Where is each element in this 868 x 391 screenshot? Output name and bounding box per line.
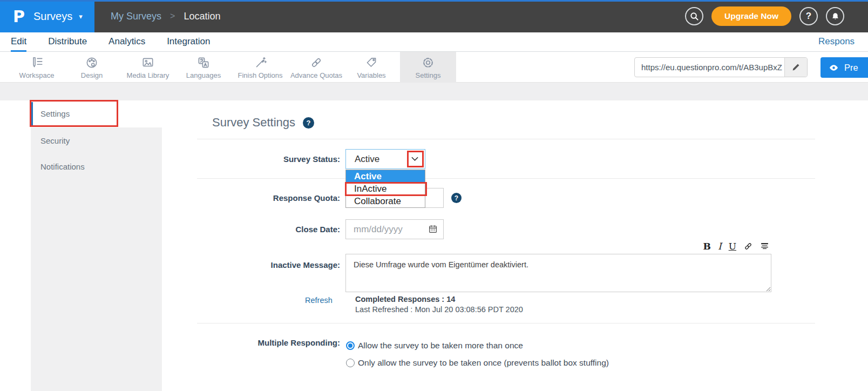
inactive-message-textarea[interactable]: Diese Umfrage wurde vom Eigentümer deakt… [345, 254, 771, 292]
divider [197, 323, 815, 323]
page-background-strip [0, 83, 868, 100]
radio-selected-icon[interactable] [346, 341, 355, 350]
settings-sidebar: Security Notifications [31, 127, 162, 391]
option-collaborate[interactable]: Collaborate [346, 195, 425, 207]
finish-options-icon [253, 56, 267, 70]
survey-tabbar: Edit Distribute Analytics Integration Re… [0, 32, 868, 52]
tab-distribute[interactable]: Distribute [48, 32, 87, 52]
workspace-icon [30, 56, 44, 70]
breadcrumb: My Surveys > Location [111, 0, 220, 32]
sidebar-item-notifications[interactable]: Notifications [31, 153, 162, 179]
radio-unselected-icon[interactable] [346, 359, 355, 367]
underline-button[interactable]: U [729, 242, 736, 251]
survey-status-select[interactable]: Active [345, 149, 425, 169]
upgrade-now-button[interactable]: Upgrade Now [711, 6, 791, 26]
toolbar-item-variables[interactable]: Variables [342, 52, 401, 83]
radio-option-multiple-allowed[interactable]: Allow the survey to be taken more than o… [346, 341, 523, 350]
divider [197, 178, 815, 179]
message-format-toolbar: B I U [694, 241, 769, 251]
sidebar-item-security[interactable]: Security [31, 127, 162, 153]
option-active[interactable]: Active [346, 170, 425, 183]
close-date-field [345, 219, 444, 239]
response-quota-label: Response Quota: [194, 193, 340, 203]
response-quota-help-icon[interactable]: ? [451, 193, 462, 203]
surveys-product-menu[interactable]: P Surveys ▾ [0, 0, 94, 32]
notifications-button[interactable] [826, 7, 844, 25]
product-name: Surveys [33, 10, 72, 23]
header-actions: Upgrade Now ? [685, 0, 844, 32]
settings-gear-icon [421, 56, 435, 70]
refresh-link[interactable]: Refresh [305, 296, 333, 305]
radio-option-once-only[interactable]: Only allow the survey to be taken once (… [346, 358, 609, 368]
inactive-message-label: Inactive Message: [194, 260, 340, 269]
survey-status-value: Active [355, 150, 379, 168]
survey-status-dropdown: Active InActive Collaborate [345, 170, 425, 208]
align-icon [760, 242, 769, 251]
help-button[interactable]: ? [799, 7, 818, 25]
breadcrumb-my-surveys[interactable]: My Surveys [111, 11, 161, 22]
tab-analytics[interactable]: Analytics [109, 32, 145, 52]
media-library-icon [141, 56, 155, 70]
top-accent-line [0, 0, 868, 2]
align-button[interactable] [760, 242, 769, 251]
sidebar-item-label: Security [40, 136, 70, 145]
option-inactive[interactable]: InActive [346, 183, 425, 195]
multiple-responding-label: Multiple Responding: [178, 338, 340, 347]
last-refreshed-text: Last Refreshed : Mon Jul 20 03:08:56 PDT… [355, 305, 523, 314]
divider [197, 139, 815, 139]
edit-toolbar: Workspace Design Media Library Languages… [0, 52, 868, 83]
survey-settings-help-icon[interactable]: ? [303, 117, 314, 129]
search-icon [689, 11, 700, 22]
preview-label: Pre [844, 63, 858, 73]
toolbar-item-settings[interactable]: Settings [400, 52, 456, 83]
questionpro-settings-page: P Surveys ▾ My Surveys > Location Upgrad… [0, 0, 868, 391]
toolbar-item-advance-quotas[interactable]: Advance Quotas [287, 52, 346, 83]
help-icon: ? [806, 11, 811, 22]
edit-url-button[interactable] [784, 58, 807, 77]
tab-edit[interactable]: Edit [11, 32, 26, 52]
settings-content: Settings Security Notifications Survey S… [0, 100, 868, 391]
close-date-input[interactable] [345, 219, 444, 239]
languages-icon [196, 56, 211, 70]
toolbar-item-design[interactable]: Design [62, 52, 121, 83]
app-header: P Surveys ▾ My Surveys > Location Upgrad… [0, 0, 868, 32]
tab-integration[interactable]: Integration [167, 32, 210, 52]
survey-status-label: Survey Status: [194, 154, 340, 164]
sidebar-item-label: Notifications [40, 162, 85, 171]
search-button[interactable] [685, 7, 703, 25]
page-title: Survey Settings [212, 116, 295, 130]
title-row: Survey Settings ? [212, 116, 314, 130]
italic-button[interactable]: I [718, 242, 722, 251]
design-palette-icon [85, 56, 99, 70]
close-date-label: Close Date: [194, 225, 340, 234]
completed-responses-text: Completed Responses : 14 [355, 295, 455, 304]
bell-icon [830, 11, 840, 22]
toolbar-item-media-library[interactable]: Media Library [118, 52, 178, 83]
advance-quotas-icon [309, 56, 323, 70]
toolbar-item-finish-options[interactable]: Finish Options [230, 52, 290, 83]
caret-down-icon: ▾ [79, 12, 83, 21]
eye-icon [828, 64, 839, 72]
survey-url-input[interactable] [635, 58, 784, 77]
survey-url-field [634, 57, 808, 77]
edit-pencil-icon [791, 63, 801, 72]
breadcrumb-separator: > [170, 11, 175, 21]
insert-link-button[interactable] [743, 241, 753, 251]
questionpro-logo: P [13, 7, 25, 26]
responses-link[interactable]: Respons [818, 32, 855, 51]
sidebar-item-label: Settings [40, 109, 70, 118]
breadcrumb-current-survey: Location [184, 11, 220, 22]
chevron-down-icon [411, 157, 418, 161]
variables-tag-icon [364, 56, 378, 70]
tabs: Edit Distribute Analytics Integration [11, 32, 210, 52]
sidebar-item-settings[interactable]: Settings [31, 102, 117, 125]
bold-button[interactable]: B [703, 242, 711, 251]
toolbar-item-languages[interactable]: Languages [174, 52, 233, 83]
preview-button[interactable]: Pre [820, 57, 868, 78]
toolbar-item-workspace[interactable]: Workspace [7, 52, 66, 83]
link-icon [743, 241, 753, 251]
